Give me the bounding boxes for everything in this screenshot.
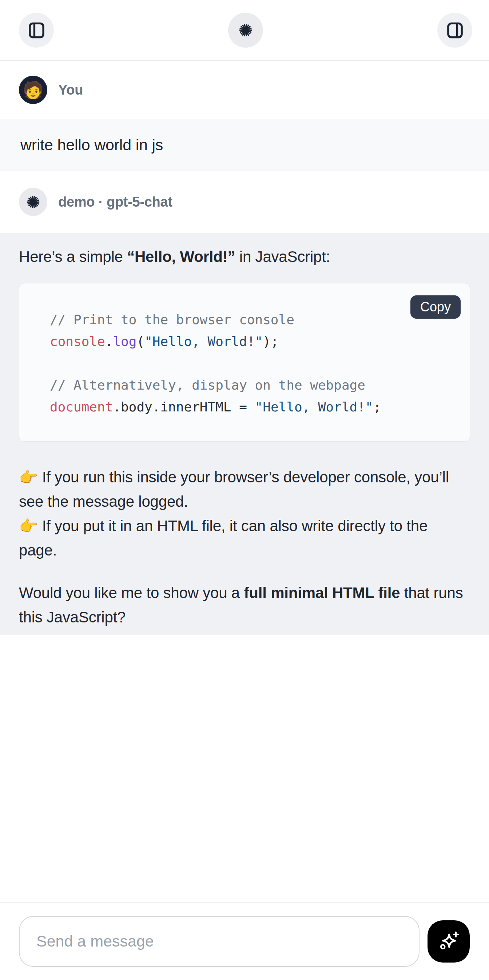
copy-button[interactable]: Copy [410, 295, 460, 319]
assistant-message-header: demo · gpt-5-chat [0, 171, 489, 233]
empty-scroll-area [0, 635, 489, 902]
chat-app: 🧑 You write hello world in js demo · gpt… [0, 0, 489, 980]
user-sender-label: You [58, 82, 83, 98]
assistant-intro-text: Here’s a simple “Hello, World!” in JavaS… [19, 247, 470, 266]
code-line [50, 353, 459, 374]
assistant-message-band: Here’s a simple “Hello, World!” in JavaS… [0, 233, 489, 635]
user-avatar-emoji: 🧑 [22, 81, 43, 98]
composer [0, 902, 489, 980]
panel-toggle-button[interactable] [437, 13, 472, 48]
user-message-header: 🧑 You [0, 61, 489, 119]
assistant-sender-label: demo · gpt-5-chat [58, 194, 172, 210]
user-message-text: write hello world in js [21, 136, 163, 154]
starburst-avatar-icon [26, 195, 41, 210]
assistant-avatar [19, 188, 47, 216]
panel-left-icon [28, 22, 45, 39]
model-button[interactable] [228, 13, 263, 48]
code-content: // Print to the browser consoleconsole.l… [19, 283, 470, 418]
code-line: // Print to the browser console [50, 309, 459, 331]
code-line: document.body.innerHTML = "Hello, World!… [50, 396, 459, 418]
send-button[interactable] [427, 920, 470, 963]
assistant-paragraph-tips: 👉 If you run this inside your browser’s … [19, 465, 470, 562]
code-line: console.log("Hello, World!"); [50, 331, 459, 353]
starburst-icon [238, 22, 253, 38]
code-block: Copy // Print to the browser consolecons… [19, 283, 470, 442]
header-bar [0, 0, 489, 61]
user-avatar: 🧑 [19, 76, 47, 104]
user-message-band: write hello world in js [0, 119, 489, 171]
panel-right-icon [446, 22, 464, 39]
code-line: // Alternatively, display on the webpage [50, 374, 459, 396]
sparkle-icon [436, 929, 460, 953]
message-input[interactable] [19, 916, 419, 967]
assistant-paragraph-question: Would you like me to show you a full min… [19, 581, 470, 629]
sidebar-toggle-button[interactable] [19, 13, 54, 48]
